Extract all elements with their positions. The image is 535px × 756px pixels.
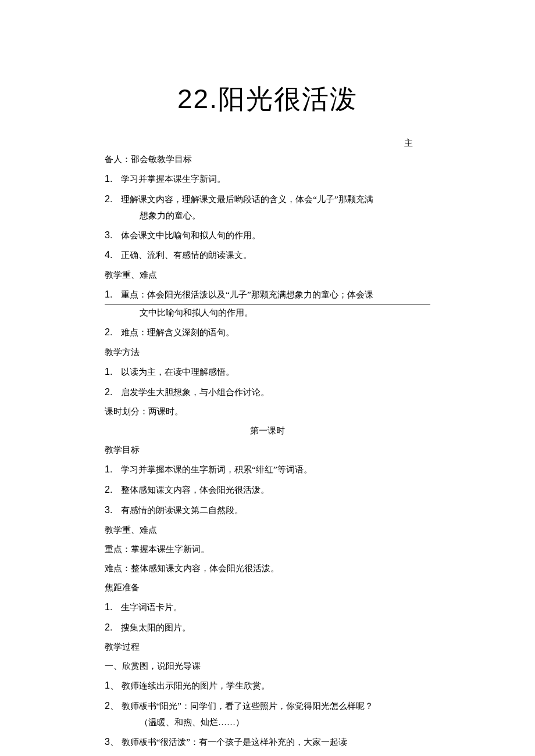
- item-text: 教师板书“阳光”：同学们，看了这些照片，你觉得阳光怎么样呢？: [122, 701, 373, 711]
- goal-item-2-cont: 想象力的童心。: [105, 208, 430, 224]
- section-prep: 焦距准备: [105, 580, 430, 596]
- item-text: 重点：体会阳光很活泼以及“儿子”那颗充满想象力的童心；体会课: [121, 290, 373, 299]
- item-text: 教师连续出示阳光的图片，学生欣赏。: [122, 681, 270, 690]
- item-text: 整体感知课文内容，体会阳光很活泼。: [121, 485, 269, 495]
- item-number: 1.: [105, 464, 112, 474]
- section-difficulty: 教学重、难点: [105, 267, 430, 283]
- goal-item-2: 2. 理解课文内容，理解课文最后哟段话的含义，体会“儿子”那颗充满: [105, 191, 430, 208]
- item-number: 2.: [105, 485, 112, 495]
- item-number: 4.: [105, 250, 112, 260]
- item-text: 生字词语卡片。: [121, 603, 182, 612]
- prep-item-1: 1. 生字词语卡片。: [105, 599, 430, 616]
- item-number: 1.: [105, 289, 112, 299]
- item-number: 3.: [105, 230, 112, 240]
- item-number: 1.: [105, 367, 112, 377]
- method-item-2: 2. 启发学生大胆想象，与小组合作讨论。: [105, 384, 430, 401]
- goal-item-3: 3. 体会课文中比喻句和拟人句的作用。: [105, 227, 430, 244]
- method-item-1: 1. 以读为主，在读中理解感悟。: [105, 364, 430, 381]
- item-number: 3.: [105, 505, 112, 515]
- item-text: 启发学生大胆想象，与小组合作讨论。: [121, 388, 269, 397]
- l1-goal-item-2: 2. 整体感知课文内容，体会阳光很活泼。: [105, 482, 430, 499]
- lesson-1-title: 第一课时: [105, 423, 430, 439]
- process-item-2: 2、 教师板书“阳光”：同学们，看了这些照片，你觉得阳光怎么样呢？: [105, 698, 430, 715]
- item-text: 教师板书“很活泼”：有一个孩子是这样补充的，大家一起读: [122, 737, 347, 747]
- item-text: 学习并掌握本课生字新词。: [121, 174, 226, 184]
- item-number: 2.: [105, 194, 112, 204]
- section-difficulty-2: 教学重、难点: [105, 522, 430, 538]
- section-goal-2: 教学目标: [105, 442, 430, 458]
- difficulty-2-key: 重点：掌握本课生字新词。: [105, 542, 430, 557]
- prep-item-2: 2. 搜集太阳的图片。: [105, 619, 430, 636]
- document-title: 22.阳光很活泼: [105, 81, 430, 117]
- item-text: 以读为主，在读中理解感悟。: [121, 367, 234, 377]
- difficulty-item-1: 1. 重点：体会阳光很活泼以及“儿子”那颗充满想象力的童心；体会课: [105, 286, 430, 305]
- section-method: 教学方法: [105, 345, 430, 360]
- author-line: 备人：邵会敏教学目标: [105, 152, 430, 167]
- process-item-3: 3、 教师板书“很活泼”：有一个孩子是这样补充的，大家一起读: [105, 734, 430, 751]
- section-process: 教学过程: [105, 639, 430, 655]
- title-number: 22.: [177, 84, 218, 114]
- l1-goal-item-3: 3. 有感情的朗读课文第二自然段。: [105, 502, 430, 519]
- difficulty-item-2: 2. 难点：理解含义深刻的语句。: [105, 324, 430, 341]
- author-prefix: 主: [105, 138, 430, 149]
- item-number: 2、: [105, 701, 119, 711]
- item-number: 2.: [105, 622, 112, 632]
- item-number: 2.: [105, 387, 112, 397]
- item-text: 理解课文内容，理解课文最后哟段话的含义，体会“儿子”那颗充满: [121, 195, 373, 204]
- item-text: 学习并掌握本课的生字新词，积累“绯红”等词语。: [121, 465, 312, 474]
- process-item-2-cont: （温暖、和煦、灿烂……）: [105, 715, 430, 730]
- goal-item-4: 4. 正确、流利、有感情的朗读课文。: [105, 247, 430, 264]
- item-text: 搜集太阳的图片。: [121, 623, 191, 632]
- item-number: 3、: [105, 737, 119, 747]
- process-heading-1: 一、欣赏图，说阳光导课: [105, 658, 430, 674]
- l1-goal-item-1: 1. 学习并掌握本课的生字新词，积累“绯红”等词语。: [105, 461, 430, 478]
- process-item-1: 1、 教师连续出示阳光的图片，学生欣赏。: [105, 678, 430, 694]
- difficulty-2-hard: 难点：整体感知课文内容，体会阳光很活泼。: [105, 561, 430, 576]
- item-number: 1、: [105, 680, 119, 690]
- title-text: 阳光很活泼: [218, 84, 358, 114]
- item-number: 1.: [105, 174, 112, 184]
- item-number: 2.: [105, 327, 112, 337]
- item-number: 1.: [105, 602, 112, 612]
- item-text: 难点：理解含义深刻的语句。: [121, 328, 234, 337]
- item-text: 体会课文中比喻句和拟人句的作用。: [121, 231, 261, 240]
- item-text: 有感情的朗读课文第二自然段。: [121, 506, 243, 515]
- difficulty-item-1-cont: 文中比喻句和拟人句的作用。: [105, 305, 430, 321]
- class-split: 课时划分：两课时。: [105, 404, 430, 420]
- item-text: 正确、流利、有感情的朗读课文。: [121, 250, 252, 260]
- goal-item-1: 1. 学习并掌握本课生字新词。: [105, 171, 430, 188]
